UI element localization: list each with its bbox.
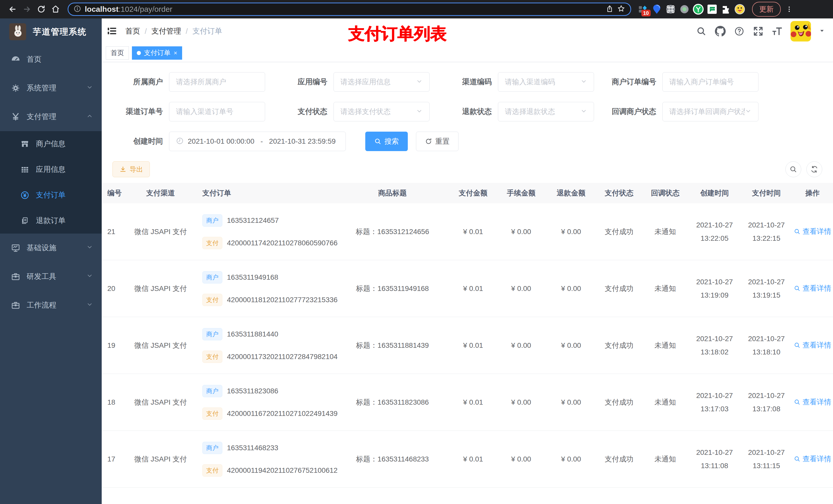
date-end[interactable]: 2021-10-31 23:59:59 xyxy=(269,137,336,145)
view-detail-link[interactable]: 查看详情 xyxy=(794,284,831,293)
home-icon[interactable] xyxy=(50,3,62,15)
merchant-order-no: 1635312124657 xyxy=(227,216,279,224)
pay-status: 支付成功 xyxy=(596,227,642,237)
sidebar-item-label: 系统管理 xyxy=(27,83,56,93)
browser-menu-icon[interactable] xyxy=(783,3,795,15)
sidebar-item-merchant-info[interactable]: 商户信息 xyxy=(0,131,102,157)
view-detail-link[interactable]: 查看详情 xyxy=(794,397,831,407)
filter-merchant: 所属商户 xyxy=(112,72,265,92)
app-logo[interactable]: 芋道管理系统 xyxy=(0,19,102,45)
pay-order-no: 4200001173202110272847982104 xyxy=(227,353,338,361)
extension-tag-manager-icon[interactable]: 10 xyxy=(637,4,648,15)
tag-pay-order[interactable]: 支付订单 × xyxy=(132,46,182,60)
col-notify-status: 回调状态 xyxy=(642,188,688,198)
channel-order-no-input[interactable] xyxy=(169,102,265,121)
refresh-button[interactable] xyxy=(806,161,822,177)
avatar-caret-icon[interactable] xyxy=(819,27,825,35)
sidebar-item-label: 商户信息 xyxy=(36,139,66,149)
date-start[interactable]: 2021-10-01 00:00:00 xyxy=(188,137,254,145)
address-bar[interactable]: localhost:1024/pay/order xyxy=(68,3,631,16)
share-icon[interactable] xyxy=(606,5,614,14)
breadcrumb-home[interactable]: 首页 xyxy=(125,26,140,37)
filter-label: 回调商户状态 xyxy=(605,106,662,117)
view-detail-link[interactable]: 查看详情 xyxy=(794,226,831,236)
sidebar-item-pay[interactable]: 支付管理 xyxy=(0,102,102,131)
sidebar-item-refund-order[interactable]: 退款订单 xyxy=(0,208,102,234)
merchant-input-field[interactable] xyxy=(176,78,258,86)
collapse-menu-icon[interactable] xyxy=(106,25,118,37)
breadcrumb-pay[interactable]: 支付管理 xyxy=(151,26,181,37)
channel-order-no-field[interactable] xyxy=(176,107,258,116)
sidebar-item-system[interactable]: 系统管理 xyxy=(0,74,102,102)
merchant-tag: 商户 xyxy=(203,328,222,340)
merchant-order-no: 1635311823086 xyxy=(227,387,278,395)
github-icon[interactable] xyxy=(715,26,726,37)
extension-balloon-icon[interactable] xyxy=(651,4,662,15)
extension-puzzle-icon[interactable] xyxy=(720,4,732,15)
extension-emoji-icon[interactable] xyxy=(734,4,745,15)
sidebar-item-pay-order[interactable]: 支付订单 xyxy=(0,182,102,208)
tag-close-icon[interactable]: × xyxy=(174,50,177,56)
extension-chat-icon[interactable] xyxy=(707,4,718,15)
view-detail-link[interactable]: 查看详情 xyxy=(794,454,831,464)
forward-icon[interactable] xyxy=(21,3,33,15)
sidebar-item-workflow[interactable]: 工作流程 xyxy=(0,291,102,320)
extension-record-icon[interactable] xyxy=(679,4,690,15)
header-search-icon[interactable] xyxy=(696,26,707,37)
briefcase-icon xyxy=(11,301,21,310)
briefcase-icon xyxy=(11,272,21,282)
chevron-down-icon xyxy=(86,301,93,310)
pay-status-select[interactable]: 请选择支付状态 xyxy=(334,102,430,121)
pay-status: 支付成功 xyxy=(596,398,642,407)
active-tag-dot xyxy=(137,51,141,55)
table-row: 19 微信 JSAPI 支付 商户1635311881440 支付4200001… xyxy=(102,317,833,374)
merchant-tag: 商户 xyxy=(203,271,222,284)
chevron-down-icon xyxy=(745,108,752,116)
yen-icon xyxy=(11,112,21,122)
col-create-time: 创建时间 xyxy=(688,188,741,198)
fullscreen-icon[interactable] xyxy=(753,26,764,37)
sidebar-item-label: 基础设施 xyxy=(27,243,56,253)
view-detail-link[interactable]: 查看详情 xyxy=(794,340,831,350)
user-avatar[interactable] xyxy=(790,21,811,42)
extension-command-icon[interactable] xyxy=(665,4,676,15)
monitor-chart-icon xyxy=(11,243,21,253)
grid-icon xyxy=(20,165,30,174)
sidebar-item-devtool[interactable]: 研发工具 xyxy=(0,262,102,291)
sidebar-item-home[interactable]: 首页 xyxy=(0,45,102,74)
pay-status: 支付成功 xyxy=(596,284,642,293)
merchant-order-no-field[interactable] xyxy=(669,78,752,86)
chevron-down-icon xyxy=(416,108,423,116)
tag-home[interactable]: 首页 xyxy=(106,46,129,60)
help-icon[interactable] xyxy=(734,26,745,37)
reload-icon[interactable] xyxy=(35,3,47,15)
extension-y-icon[interactable] xyxy=(693,4,704,15)
pay-order-no: 4200001174202110278060590766 xyxy=(227,239,338,247)
url-text[interactable]: localhost:1024/pay/order xyxy=(85,5,602,14)
reset-button[interactable]: 重置 xyxy=(416,131,458,151)
app-id-select[interactable]: 请选择应用信息 xyxy=(334,72,430,92)
export-button[interactable]: 导出 xyxy=(113,161,150,177)
browser-toolbar: localhost:1024/pay/order 10 更新 xyxy=(0,0,833,19)
col-channel: 支付渠道 xyxy=(126,188,195,198)
refund-status-select[interactable]: 请选择退款状态 xyxy=(498,102,594,121)
filter-pay-status: 支付状态 请选择支付状态 xyxy=(277,102,430,121)
notify-status: 未通知 xyxy=(642,398,688,407)
font-size-icon[interactable] xyxy=(771,26,783,37)
pay-order-table: 编号 支付渠道 支付订单 商品标题 支付金额 手续金额 退款金额 支付状态 回调… xyxy=(102,183,833,504)
toggle-search-button[interactable] xyxy=(785,161,801,177)
search-button[interactable]: 搜索 xyxy=(365,131,408,151)
sidebar-item-infra[interactable]: 基础设施 xyxy=(0,234,102,262)
date-range-picker[interactable]: 2021-10-01 00:00:00 - 2021-10-31 23:59:5… xyxy=(169,131,346,151)
merchant-input[interactable] xyxy=(169,72,265,92)
sidebar-item-app-info[interactable]: 应用信息 xyxy=(0,157,102,182)
bookmark-star-icon[interactable] xyxy=(617,5,625,14)
back-icon[interactable] xyxy=(7,3,19,15)
pay-order-no: 4200001181202110277723215336 xyxy=(227,296,338,304)
browser-update-button[interactable]: 更新 xyxy=(752,2,781,17)
notify-status: 未通知 xyxy=(642,227,688,237)
merchant-order-no-input[interactable] xyxy=(662,72,759,92)
channel-code-select[interactable]: 请输入渠道编码 xyxy=(498,72,594,92)
site-info-icon[interactable] xyxy=(73,5,81,14)
notify-status-select[interactable]: 请选择订单回调商户状态 xyxy=(662,102,759,121)
